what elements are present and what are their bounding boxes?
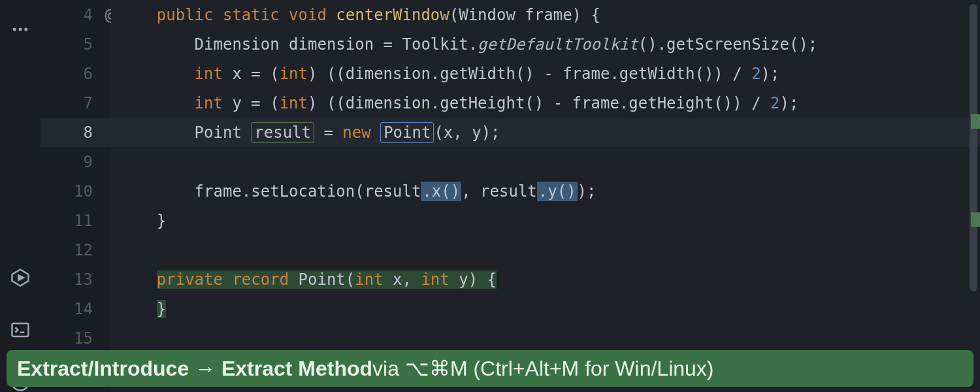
- more-icon[interactable]: [10, 20, 30, 39]
- tip-action: Extract/Introduce → Extract Method: [17, 357, 372, 381]
- line-number: 14: [41, 294, 111, 323]
- line-number: 13: [41, 265, 111, 294]
- code-line[interactable]: int x = (int) ((dimension.getWidth() - f…: [111, 59, 980, 88]
- terminal-icon[interactable]: [10, 320, 30, 340]
- code-line[interactable]: Point result = new Point(x, y);: [111, 118, 980, 147]
- line-number: 15: [41, 323, 111, 353]
- minimap-change-mark[interactable]: [971, 212, 980, 227]
- code-line[interactable]: }: [111, 294, 980, 323]
- activity-bar: [0, 0, 41, 392]
- code-line[interactable]: int y = (int) ((dimension.getHeight() - …: [111, 88, 980, 118]
- line-number: 5: [41, 29, 111, 59]
- svg-rect-5: [12, 323, 29, 336]
- svg-point-1: [19, 28, 22, 31]
- code-line[interactable]: Dimension dimension = Toolkit.getDefault…: [111, 29, 980, 59]
- scrollbar-thumb[interactable]: [970, 4, 977, 291]
- code-line[interactable]: [111, 147, 980, 176]
- line-number: 12: [41, 235, 111, 265]
- line-number: 6: [41, 59, 111, 88]
- svg-point-2: [24, 28, 27, 31]
- code-line[interactable]: public static void centerWindow(Window f…: [111, 0, 980, 29]
- line-number: 10: [41, 176, 111, 206]
- code-line[interactable]: private record Point(int x, int y) {: [111, 265, 980, 294]
- minimap-change-mark[interactable]: [971, 114, 980, 129]
- scrollbar-track[interactable]: [967, 0, 980, 350]
- code-line[interactable]: [111, 235, 980, 265]
- line-number: 7: [41, 88, 111, 118]
- tip-bar: Extract/Introduce → Extract Method via ⌥…: [7, 350, 973, 387]
- svg-point-0: [13, 28, 16, 31]
- code-line[interactable]: [111, 323, 980, 353]
- line-number: 11: [41, 206, 111, 235]
- line-number: 4@: [41, 0, 111, 29]
- code-editor[interactable]: public static void centerWindow(Window f…: [111, 0, 980, 392]
- svg-marker-4: [19, 275, 24, 280]
- tip-shortcut: via ⌥⌘M (Ctrl+Alt+M for Win/Linux): [372, 356, 713, 381]
- run-icon[interactable]: [10, 268, 30, 287]
- line-number-gutter: 4@56789101112131415: [41, 0, 111, 392]
- line-number: 8: [41, 118, 111, 147]
- code-line[interactable]: frame.setLocation(result.x(), result.y()…: [111, 176, 980, 206]
- line-number: 9: [41, 147, 111, 176]
- code-line[interactable]: }: [111, 206, 980, 235]
